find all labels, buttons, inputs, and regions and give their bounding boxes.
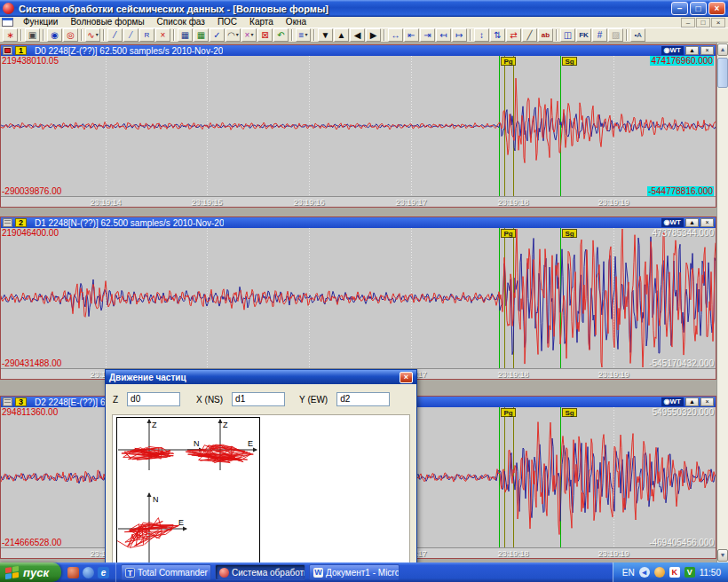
app-icon	[3, 3, 14, 14]
panel-close-button[interactable]: ×	[700, 46, 714, 55]
toolbar-region-select-button[interactable]: ◠▾	[226, 28, 241, 42]
toolbar-fit-width-button[interactable]: ↔	[388, 28, 403, 42]
panel-state-icon[interactable]	[3, 218, 12, 227]
phase-pick-sg[interactable]: Sg	[562, 408, 577, 417]
close-button[interactable]: ×	[708, 2, 725, 15]
quicklaunch-ie-icon[interactable]: e	[98, 567, 109, 578]
phase-pick-sg[interactable]: Sg	[562, 57, 577, 66]
panel-up-button[interactable]: ▲	[685, 46, 699, 55]
menu-windows[interactable]: Окна	[280, 17, 313, 28]
language-indicator[interactable]: EN	[622, 568, 635, 578]
toolbar-response-curve-button[interactable]: ∿▾	[85, 28, 100, 42]
toolbar-amp-up-button[interactable]: ⇅	[490, 28, 505, 42]
toolbar-fk-analysis-button[interactable]: FK	[576, 28, 591, 42]
toolbar-azimuth-red-button[interactable]: ◎	[63, 28, 78, 42]
start-button[interactable]: пуск	[0, 562, 61, 582]
panel-mode-chip[interactable]: ◉WT	[661, 397, 684, 406]
toolbar-label-ab-button[interactable]: ab	[538, 28, 553, 42]
panel-state-icon[interactable]	[3, 46, 12, 55]
windows-flag-icon	[5, 565, 19, 578]
toolbar: ∗▣◉◎∿▾⁄⁄R×▦▦✓◠▾×▾⊠↶≡▾▼▲◀▶↔⇤⇥↤↦↕⇅⇄╱ab◫FK#…	[0, 28, 728, 43]
toolbar-undo-button[interactable]: ↶	[273, 28, 289, 42]
toolbar-scroll-down-button[interactable]: ▼	[318, 28, 333, 42]
menu-map[interactable]: Карта	[243, 17, 280, 28]
panel-up-button[interactable]: ▲	[685, 397, 699, 406]
menu-waveforms[interactable]: Волновые формы	[64, 17, 150, 28]
tray-kaspersky-icon[interactable]: K	[669, 567, 680, 578]
x-ns-input[interactable]: d1	[232, 392, 285, 406]
toolbar-save-event-button[interactable]: ▦	[194, 28, 209, 42]
mdi-restore-button[interactable]: □	[696, 18, 710, 28]
phase-pick-pg[interactable]: Pg	[501, 57, 516, 66]
toolbar-save-picks-button[interactable]: ▦	[178, 28, 193, 42]
toolbar-delete-region-button[interactable]: ⊠	[257, 28, 273, 42]
toolbar-fit-height-button[interactable]: ↕	[474, 28, 489, 42]
panel-state-icon[interactable]	[3, 397, 12, 406]
toolbar-tool-hammer-button[interactable]: ╱	[522, 28, 537, 42]
waveform-plot[interactable]: Pg Sg 219046400.00 473785344.000 -290431…	[1, 228, 716, 368]
mdi-close-button[interactable]: ×	[711, 18, 725, 28]
vertical-scrollbar[interactable]: ▲ ▼	[716, 43, 728, 562]
menu-functions[interactable]: Функции	[17, 17, 64, 28]
toolbar-scroll-up-button[interactable]: ▲	[334, 28, 349, 42]
toolbar-pick-add-assoc-button[interactable]: ⁄	[123, 28, 138, 42]
toolbar-amp-swap-button[interactable]: ⇄	[506, 28, 521, 42]
toolbar-properties-button[interactable]: ▣	[25, 28, 40, 42]
toolbar-scroll-right-button[interactable]: ▶	[366, 28, 381, 42]
toolbar-filter-button[interactable]: ≡▾	[296, 28, 311, 42]
phase-pick-pg[interactable]: Pg	[501, 408, 516, 417]
task-total-commander[interactable]: T Total Commander 7.5...	[121, 564, 211, 580]
tray-agent-icon[interactable]	[654, 567, 665, 578]
toolbar-zoom-in-x-button[interactable]: ⇤	[404, 28, 419, 42]
quicklaunch-red-icon[interactable]	[67, 567, 79, 578]
toolbar-azimuth-blue-button[interactable]: ◉	[47, 28, 62, 42]
tray-chevron-icon[interactable]: ◂	[639, 567, 650, 578]
y-ew-input[interactable]: d2	[336, 392, 390, 406]
minimize-button[interactable]: –	[671, 2, 688, 15]
waveform-plot[interactable]: Pg Sg 219438010.05 474176960.000 -290039…	[1, 56, 716, 196]
toolbar-pick-add-button[interactable]: ⁄	[107, 28, 123, 42]
toolbar-pick-delete-button[interactable]: ×	[155, 28, 170, 42]
toolbar-event-new-button[interactable]: ∗	[3, 28, 18, 42]
svg-text:N: N	[194, 439, 200, 448]
toolbar-scroll-left-button[interactable]: ◀	[350, 28, 365, 42]
toolbar-tool-disabled-button[interactable]: ▨	[608, 28, 623, 42]
scrollbar-thumb[interactable]	[717, 58, 728, 88]
toolbar-shift-right-button[interactable]: ↦	[452, 28, 467, 42]
svg-text:N: N	[153, 495, 159, 504]
toolbar-separator	[470, 29, 471, 41]
scroll-down-arrow[interactable]: ▼	[717, 549, 728, 562]
menu-pos[interactable]: ПОС	[211, 17, 243, 28]
task-seismic-app[interactable]: Система обработки ...	[215, 564, 305, 580]
toolbar-pick-rename-button[interactable]: R	[139, 28, 154, 42]
task-word-document[interactable]: W Документ1 - Microso...	[309, 564, 400, 580]
dialog-close-button[interactable]: ×	[400, 372, 413, 383]
toolbar-amplitude-a-button[interactable]: •A	[630, 28, 645, 42]
toolbar-shift-left-button[interactable]: ↤	[436, 28, 451, 42]
waveform-canvas[interactable]	[1, 228, 716, 368]
mdi-minimize-button[interactable]: –	[681, 18, 695, 28]
restore-button[interactable]: □	[690, 2, 707, 15]
toolbar-spline-button[interactable]: ×▾	[241, 28, 257, 42]
tray-media-icon[interactable]: V	[684, 567, 695, 578]
toolbar-align-button[interactable]: #	[592, 28, 607, 42]
task-label: Система обработки ...	[232, 568, 305, 578]
panel-close-button[interactable]: ×	[700, 218, 714, 227]
toolbar-pick-confirm-button[interactable]: ✓	[210, 28, 225, 42]
panel-mode-chip[interactable]: ◉WT	[661, 218, 684, 227]
scroll-up-arrow[interactable]: ▲	[717, 43, 728, 56]
z-input[interactable]: d0	[127, 392, 180, 406]
quicklaunch-messenger-icon[interactable]	[83, 567, 94, 578]
toolbar-overlay-button[interactable]: ◫	[560, 28, 575, 42]
menu-phase-list[interactable]: Список фаз	[151, 17, 211, 28]
panel-up-button[interactable]: ▲	[685, 218, 699, 227]
toolbar-zoom-out-x-button[interactable]: ⇥	[420, 28, 435, 42]
panel-close-button[interactable]: ×	[700, 397, 714, 406]
menu-bar: Функции Волновые формы Список фаз ПОС Ка…	[0, 17, 728, 28]
phase-pick-pg[interactable]: Pg	[501, 229, 516, 238]
mdi-document-icon[interactable]	[2, 18, 13, 27]
dialog-title-bar[interactable]: Движение частиц ×	[106, 370, 416, 384]
panel-mode-chip[interactable]: ◉WT	[661, 46, 684, 55]
waveform-canvas[interactable]	[1, 56, 716, 196]
phase-pick-sg[interactable]: Sg	[562, 229, 577, 238]
